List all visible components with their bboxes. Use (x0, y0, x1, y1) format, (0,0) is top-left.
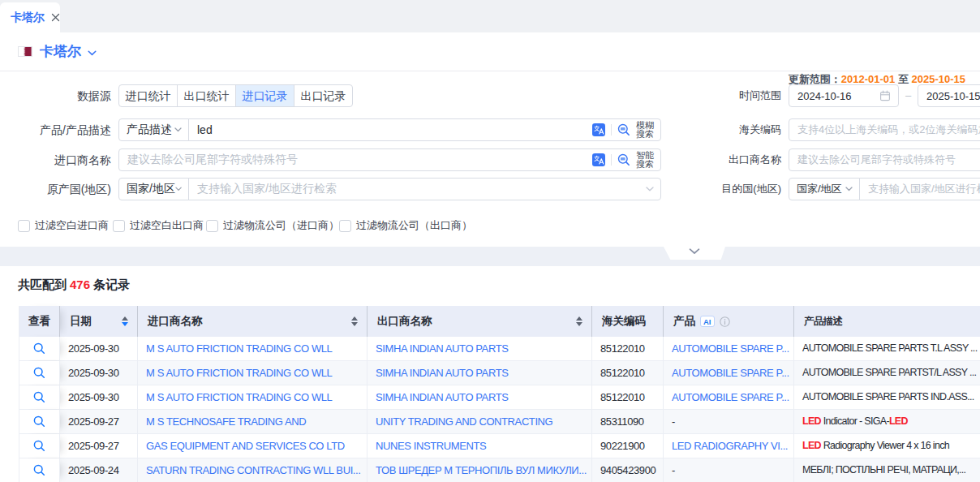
product-link[interactable]: AUTOMOBILE SPARE P... (672, 342, 789, 355)
close-icon[interactable] (51, 13, 60, 22)
importer-link[interactable]: M S AUTO FRICTION TRADING CO WLL (146, 342, 332, 355)
checkbox[interactable] (206, 220, 218, 232)
summary-suffix: 条记录 (93, 278, 130, 291)
cell-importer: M S TECHNOSAFE TRADING AND (138, 410, 368, 433)
cell-exporter: ТОВ ШРЕДЕР М ТЕРНОПІЛЬ ВУЛ МИКУЛИ... (368, 458, 592, 482)
destination-type-value: 国家/地区 (797, 182, 842, 196)
exporter-link[interactable]: SIMHA INDIAN AUTO PARTS (376, 391, 508, 403)
chevron-down-icon[interactable] (88, 50, 97, 56)
cell-hs-code: 85122010 (592, 385, 664, 409)
fuzzy-search-label[interactable]: 模糊 搜索 (636, 121, 654, 139)
header-product: 产品AI (664, 306, 794, 337)
filter-logistics-importer[interactable]: 过滤物流公司（进口商） (206, 218, 339, 233)
origin-type-select[interactable]: 国家/地区 (118, 178, 189, 200)
view-record-button[interactable] (19, 337, 60, 360)
cell-product: - (664, 458, 794, 482)
cell-product-desc: AUTOMOBILE SPARE PARTS IND.ASS... (794, 385, 980, 409)
cell-exporter: SIMHA INDIAN AUTO PARTS (368, 385, 592, 409)
importer-link[interactable]: M S AUTO FRICTION TRADING CO WLL (146, 391, 332, 403)
tab-export-statistics[interactable]: 出口统计 (177, 84, 236, 107)
destination-country-input[interactable]: 支持输入国家/地区进行检索 (859, 178, 980, 200)
product-search-input[interactable]: led 模糊 搜索 (188, 118, 661, 141)
origin-input-icons (646, 187, 660, 192)
magnifier-icon (33, 391, 45, 403)
tab-import-records[interactable]: 进口记录 (235, 84, 294, 107)
importer-link[interactable]: M S AUTO FRICTION TRADING CO WLL (146, 367, 332, 379)
importer-input-icons: 智能 搜索 (592, 151, 660, 169)
smart-search-label[interactable]: 智能 搜索 (636, 151, 654, 169)
summary-prefix: 共匹配到 (18, 278, 67, 291)
translate-icon[interactable] (592, 153, 605, 166)
tab-bar: 卡塔尔 (0, 0, 980, 32)
product-link[interactable]: AUTOMOBILE SPARE P... (672, 391, 789, 403)
view-record-button[interactable] (19, 410, 60, 433)
cell-product: AUTOMOBILE SPARE P... (664, 385, 794, 409)
table-row: 2025-09-27 GAS EQUIPMENT AND SERVICES CO… (19, 434, 980, 458)
translate-icon[interactable] (592, 123, 605, 136)
cell-product-desc: LED Radiography Viewer 4 x 16 inch (794, 434, 980, 458)
importer-input[interactable]: 建议去除公司尾部字符或特殊符号 智能 搜索 (118, 148, 661, 171)
view-record-button[interactable] (19, 385, 60, 409)
exporter-link[interactable]: ТОВ ШРЕДЕР М ТЕРНОПІЛЬ ВУЛ МИКУЛИ... (376, 464, 587, 476)
country-name[interactable]: 卡塔尔 (40, 42, 81, 61)
header-importer[interactable]: 进口商名称 (138, 306, 368, 337)
exporter-link[interactable]: UNITY TRADING AND CONTRACTING (376, 415, 552, 428)
magnifier-icon (33, 367, 45, 379)
exporter-input[interactable]: 建议去除公司尾部字符或特殊符号 (789, 148, 980, 171)
header-date[interactable]: 日期 (60, 306, 138, 337)
product-type-select[interactable]: 产品描述 (118, 118, 189, 141)
header-hs-code: 海关编码 (592, 306, 664, 337)
date-end-input[interactable]: 2025-10-15 (918, 84, 980, 107)
checkbox[interactable] (18, 220, 30, 232)
filter-logistics-exporter[interactable]: 过滤物流公司（出口商） (339, 218, 472, 233)
importer-link[interactable]: SATURN TRADING CONTRACTING WLL BUI... (146, 464, 360, 476)
date-end-value: 2025-10-15 (926, 90, 980, 102)
importer-link[interactable]: GAS EQUIPMENT AND SERVICES CO LTD (146, 440, 345, 452)
importer-link[interactable]: M S TECHNOSAFE TRADING AND (146, 415, 306, 428)
cell-date: 2025-09-27 (60, 434, 138, 458)
date-start-input[interactable]: 2024-10-16 (789, 84, 899, 107)
hs-code-input[interactable]: 支持4位以上海关编码，或2位海关编码加上 (789, 118, 980, 141)
product-link[interactable]: LED RADIOGRAPHY VI... (672, 440, 788, 452)
tab-import-statistics[interactable]: 进口统计 (118, 84, 178, 107)
importer-placeholder: 建议去除公司尾部字符或特殊符号 (127, 153, 298, 167)
filter-blank-exporter[interactable]: 过滤空白出口商 (113, 218, 204, 233)
sort-icon-exporter[interactable] (576, 316, 582, 326)
tab-qatar[interactable]: 卡塔尔 (0, 2, 60, 32)
cell-date: 2025-09-30 (60, 337, 138, 360)
country-selector-row: 卡塔尔 (0, 32, 980, 71)
product-link[interactable]: AUTOMOBILE SPARE P... (672, 367, 789, 379)
tab-title: 卡塔尔 (11, 11, 45, 25)
origin-country-input[interactable]: 支持输入国家/地区进行检索 (188, 178, 661, 200)
cell-importer: M S AUTO FRICTION TRADING CO WLL (138, 337, 368, 360)
fuzzy-search-icon[interactable] (617, 123, 630, 136)
exporter-link[interactable]: SIMHA INDIAN AUTO PARTS (376, 367, 508, 379)
exporter-link[interactable]: NUNES INSTRUMENTS (376, 440, 486, 452)
cell-hs-code: 85122010 (592, 337, 664, 360)
sort-icon-importer[interactable] (351, 316, 358, 326)
view-record-button[interactable] (19, 434, 60, 458)
smart-search-icon[interactable] (617, 153, 630, 166)
cell-product-desc: AUTOMOBILE SPARE PARTST/L ASSY ... (794, 361, 980, 385)
checkbox[interactable] (113, 220, 125, 232)
ai-badge: AI (700, 316, 715, 328)
filter-blank-importer[interactable]: 过滤空白进口商 (18, 218, 109, 233)
cell-hs-code: 85311090 (592, 410, 664, 433)
info-circle-icon[interactable] (720, 316, 730, 327)
sort-icon-date[interactable] (122, 316, 128, 326)
update-range-end: 2025-10-15 (912, 73, 966, 85)
checkbox-label: 过滤空白出口商 (130, 218, 204, 233)
view-record-button[interactable] (19, 361, 60, 385)
checkbox[interactable] (339, 220, 351, 232)
header-exporter[interactable]: 出口商名称 (368, 306, 592, 337)
tab-export-records[interactable]: 出口记录 (294, 84, 353, 107)
destination-type-select[interactable]: 国家/地区 (789, 178, 860, 200)
exporter-link[interactable]: SIMHA INDIAN AUTO PARTS (376, 342, 508, 355)
collapse-form-handle[interactable] (664, 247, 725, 260)
chevron-down-icon (175, 187, 182, 192)
origin-label: 原产国(地区) (0, 178, 111, 200)
calendar-icon (879, 90, 891, 101)
cell-product-desc: AUTOMOBILE SPARE PARTS T.L ASSY ... (794, 337, 980, 360)
hs-code-label: 海关编码 (670, 118, 781, 141)
view-record-button[interactable] (19, 458, 60, 482)
